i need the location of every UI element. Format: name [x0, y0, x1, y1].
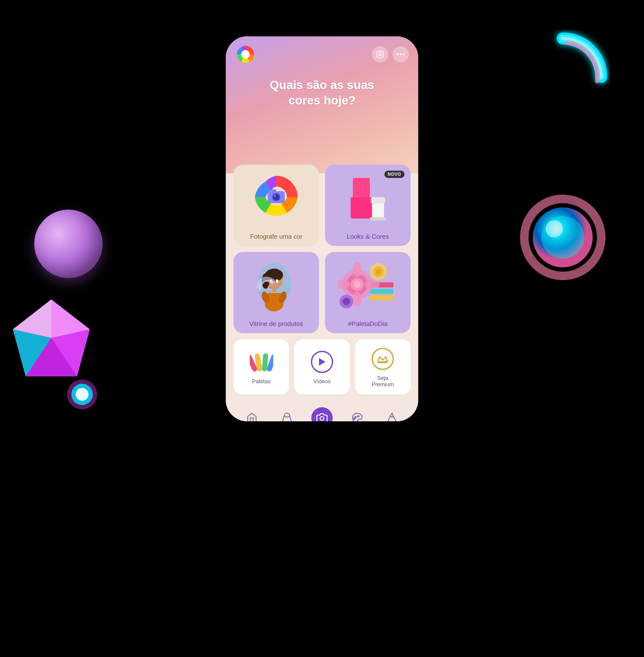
small-gem-decoration [64, 376, 100, 413]
svg-point-68 [357, 416, 359, 417]
premium-icon [371, 347, 395, 370]
svg-point-24 [273, 194, 279, 200]
card-vitrine[interactable]: Vitrine de produtos [233, 252, 319, 333]
svg-rect-65 [378, 362, 387, 363]
paleta-image [325, 252, 411, 317]
svg-point-18 [381, 52, 382, 53]
premium-label: SejaPremium [372, 375, 394, 388]
phone-frame: Quais são as suas cores hoje? [226, 36, 418, 421]
looks-image [325, 165, 411, 229]
svg-point-42 [276, 279, 278, 283]
svg-point-25 [274, 195, 276, 197]
svg-point-51 [353, 292, 361, 307]
svg-point-12 [541, 216, 584, 259]
card-vitrine-label: Vitrine de produtos [249, 317, 303, 333]
svg-point-66 [320, 417, 324, 420]
paletas-icon [250, 350, 273, 374]
svg-point-9 [77, 389, 81, 394]
topbar [226, 36, 418, 65]
topbar-actions [372, 46, 409, 62]
svg-point-17 [379, 53, 381, 56]
nav-camera[interactable] [311, 407, 333, 421]
fotografe-image [233, 165, 319, 229]
card-paleta[interactable]: #PaletaDoDia [325, 252, 411, 333]
svg-rect-16 [377, 51, 384, 58]
svg-point-19 [397, 53, 399, 55]
paletas-label: Paletas [252, 378, 270, 385]
vitrine-image [233, 252, 319, 317]
svg-point-13 [546, 220, 563, 237]
bottom-card-paletas[interactable]: Paletas [233, 339, 289, 394]
svg-point-21 [403, 53, 405, 55]
card-looks[interactable]: NOVO Looks & Cores [325, 165, 411, 246]
svg-point-58 [343, 298, 350, 305]
svg-point-69 [354, 418, 355, 420]
cyan-arc-decoration [516, 30, 610, 124]
main-cards-grid: Fotografe uma cor NOVO [233, 165, 411, 333]
nav-wardrobe[interactable] [276, 407, 298, 421]
videos-label: Vídeos [313, 378, 331, 385]
svg-point-53 [364, 280, 380, 289]
bottom-nav [226, 403, 418, 421]
phone-header: Quais são as suas cores hoje? [226, 36, 418, 173]
diamond-decoration [9, 295, 94, 381]
menu-button[interactable] [393, 46, 409, 62]
videos-icon [310, 350, 334, 374]
bottom-cards: Paletas Vídeos [233, 339, 411, 394]
svg-rect-26 [271, 189, 276, 192]
card-paleta-label: #PaletaDoDia [348, 317, 388, 333]
bottom-card-videos[interactable]: Vídeos [294, 339, 350, 394]
card-fotografe-label: Fotografe uma cor [250, 229, 303, 246]
svg-marker-63 [319, 358, 325, 366]
card-looks-label: Looks & Cores [347, 229, 389, 246]
phone-content: Fotografe uma cor NOVO [226, 165, 418, 403]
svg-marker-64 [378, 357, 387, 362]
nav-palette[interactable] [346, 407, 368, 421]
svg-rect-30 [371, 197, 385, 204]
header-title: Quais são as suas cores hoje? [261, 77, 383, 109]
card-fotografe[interactable]: Fotografe uma cor [233, 165, 319, 246]
svg-rect-28 [351, 197, 372, 219]
nav-dress[interactable] [381, 407, 403, 421]
bottom-card-premium[interactable]: SejaPremium [355, 339, 411, 394]
svg-rect-45 [370, 295, 393, 300]
instagram-button[interactable] [372, 46, 388, 62]
crown-circle [372, 348, 394, 370]
svg-point-20 [400, 53, 402, 55]
nav-home[interactable] [241, 407, 263, 421]
svg-point-49 [354, 281, 360, 288]
play-circle [311, 351, 333, 373]
svg-point-50 [353, 262, 361, 277]
svg-point-67 [355, 417, 356, 418]
svg-rect-44 [370, 289, 393, 294]
svg-point-56 [376, 269, 381, 274]
svg-rect-31 [370, 217, 386, 221]
purple-sphere-decoration [34, 210, 103, 278]
app-logo [235, 44, 256, 65]
orb-decoration [518, 192, 608, 282]
svg-point-15 [241, 50, 250, 59]
